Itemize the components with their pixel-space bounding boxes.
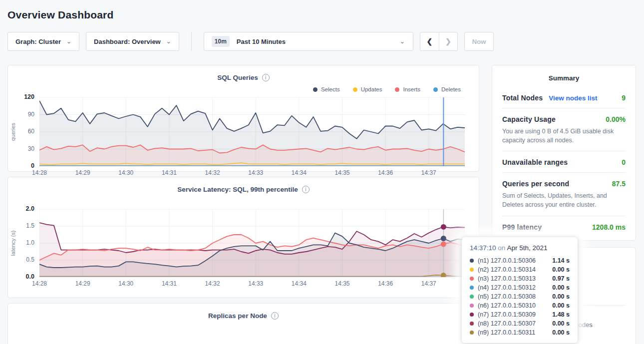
series-dot <box>470 295 474 299</box>
tooltip-node-address: (n6) 127.0.0.1:50310 <box>478 302 536 309</box>
series-dot <box>470 259 474 263</box>
time-prev-button[interactable]: ❮ <box>420 32 439 50</box>
tooltip-node-value: 0.00 s <box>552 302 570 309</box>
y-tick-label: 30 <box>28 146 34 152</box>
legend-dot <box>353 87 357 92</box>
y-tick-label: 1.5 <box>26 223 34 229</box>
tooltip-node-value: 0.97 s <box>552 275 570 282</box>
x-tick-label: 14:35 <box>334 169 349 176</box>
tooltip-node-row: (n3) 127.0.0.1:503130.97 s <box>470 274 570 283</box>
plot-area[interactable]: 14:2814:2914:3014:3114:3214:3314:3414:35… <box>39 209 465 277</box>
y-tick-label: 60 <box>28 128 34 134</box>
series-dot <box>470 331 474 335</box>
chart-title: SQL Queries <box>217 74 258 81</box>
x-tick-label: 14:31 <box>162 169 177 176</box>
summary-panel: Summary Total Nodes View nodes list 9 Ca… <box>492 65 636 241</box>
chevron-down-icon: ⌄ <box>166 38 171 44</box>
tooltip-node-value: 0.00 s <box>552 320 570 327</box>
chevron-down-icon: ⌄ <box>66 38 71 44</box>
series-dot <box>470 277 474 281</box>
tooltip-node-address: (n4) 127.0.0.1:50312 <box>478 284 536 291</box>
view-nodes-list-link[interactable]: View nodes list <box>549 94 597 102</box>
tooltip-timestamp: 14:37:10 on Apr 5th, 2021 <box>470 244 570 252</box>
sql-queries-plot[interactable]: queries 0306090120 14:2814:2914:3014:311… <box>8 97 479 166</box>
tooltip-node-value: 0.00 s <box>552 293 570 300</box>
chevron-down-icon: ⌄ <box>400 38 405 44</box>
legend-dot <box>433 87 438 92</box>
tooltip-node-row: (n5) 127.0.0.1:503080.00 s <box>470 292 570 301</box>
charts-column: SQL Queries SelectsUpdatesInsertsDeletes… <box>7 65 479 344</box>
service-latency-chart-card: Service Latency: SQL, 99th percentile la… <box>7 177 479 298</box>
x-tick-label: 14:28 <box>32 280 47 287</box>
summary-row-total-nodes: Total Nodes View nodes list 9 <box>502 87 626 108</box>
summary-row-label: Unavailable ranges <box>502 158 568 166</box>
tooltip-node-address: (n2) 127.0.0.1:50314 <box>478 266 536 273</box>
y-axis: queries 0306090120 <box>8 97 39 166</box>
legend-item-updates: Updates <box>353 85 382 93</box>
time-step-buttons: ❮ ❯ <box>420 32 458 51</box>
summary-row-value: 0 <box>622 158 626 166</box>
legend-label: Inserts <box>403 86 420 92</box>
x-tick-label: 14:37 <box>421 280 436 287</box>
info-icon[interactable] <box>262 74 270 81</box>
legend-item-inserts: Inserts <box>395 85 420 93</box>
y-tick-label: 1.0 <box>26 240 34 246</box>
x-tick-label: 14:33 <box>248 280 263 287</box>
summary-row-label: Capacity Usage <box>502 115 556 123</box>
summary-row-label: Queries per second <box>502 180 569 188</box>
graph-dropdown-label: Graph: Cluster <box>15 38 61 45</box>
legend-label: Selects <box>321 86 340 92</box>
controls-divider <box>191 32 192 51</box>
time-next-button[interactable]: ❯ <box>439 32 457 50</box>
tooltip-node-address: (n1) 127.0.0.1:50306 <box>478 257 536 264</box>
x-tick-label: 14:34 <box>292 280 307 287</box>
x-tick-label: 14:36 <box>378 280 393 287</box>
summary-row-label: Total Nodes <box>502 94 543 102</box>
tooltip-node-address: (n5) 127.0.0.1:50308 <box>478 293 536 300</box>
summary-title: Summary <box>492 74 636 82</box>
replicas-per-node-chart-card: Replicas per Node <box>7 303 479 344</box>
summary-row-value: 0.00% <box>606 115 626 123</box>
info-icon[interactable] <box>302 186 310 193</box>
dashboard-dropdown[interactable]: Dashboard: Overview ⌄ <box>86 32 179 51</box>
info-icon[interactable] <box>271 312 279 320</box>
now-button[interactable]: Now <box>464 32 494 51</box>
x-tick-label: 14:35 <box>334 280 349 287</box>
summary-row-note: Sum of Selects, Updates, Inserts, and De… <box>502 191 626 209</box>
time-range-picker[interactable]: 10m Past 10 Minutes ⌄ <box>204 32 413 51</box>
series-dot <box>470 313 474 317</box>
tooltip-node-address: (n7) 127.0.0.1:50309 <box>478 311 536 318</box>
tooltip-node-row: (n6) 127.0.0.1:503100.00 s <box>470 301 570 310</box>
tooltip-node-row: (n1) 127.0.0.1:503061.14 s <box>470 256 570 265</box>
x-axis: 14:2814:2914:3014:3114:3214:3314:3414:35… <box>39 168 465 178</box>
tooltip-node-value: 1.14 s <box>552 257 570 264</box>
summary-row-queries-per-second: Queries per second 87.5 Sum of Selects, … <box>502 172 626 215</box>
graph-dropdown[interactable]: Graph: Cluster ⌄ <box>7 32 79 51</box>
chart-legend: SelectsUpdatesInsertsDeletes <box>8 85 479 93</box>
tooltip-node-address: (n3) 127.0.0.1:50313 <box>478 275 536 282</box>
legend-dot <box>395 87 399 92</box>
y-axis-label: latency (s) <box>10 231 16 256</box>
tooltip-node-row: (n9) 127.0.0.1:503110.00 s <box>470 328 570 337</box>
y-tick-label: 90 <box>28 111 34 117</box>
series-dot <box>470 286 474 290</box>
legend-label: Updates <box>361 86 382 92</box>
page-title: Overview Dashboard <box>7 9 644 21</box>
service-latency-plot[interactable]: latency (s) 0.00.51.01.52.0 14:2814:2914… <box>8 209 479 277</box>
plot-area[interactable]: 14:2814:2914:3014:3114:3214:3314:3414:35… <box>39 97 465 166</box>
x-tick-label: 14:32 <box>205 169 220 176</box>
y-tick-label: 120 <box>24 94 34 100</box>
sql-queries-chart-card: SQL Queries SelectsUpdatesInsertsDeletes… <box>7 65 479 172</box>
y-axis: latency (s) 0.00.51.01.52.0 <box>8 209 39 277</box>
tooltip-node-value: 0.00 s <box>552 266 570 273</box>
dashboard-dropdown-label: Dashboard: Overview <box>94 38 161 45</box>
time-range-badge: 10m <box>212 36 230 47</box>
legend-item-deletes: Deletes <box>433 85 461 93</box>
tooltip-node-row: (n2) 127.0.0.1:503140.00 s <box>470 265 570 274</box>
y-tick-label: 0.5 <box>26 257 34 263</box>
x-tick-label: 14:33 <box>248 169 263 176</box>
tooltip-node-address: (n8) 127.0.0.1:50307 <box>478 320 536 327</box>
x-tick-label: 14:29 <box>75 169 90 176</box>
summary-row-note: You are using 0 B of 4.5 GiB usable disk… <box>502 127 626 145</box>
legend-item-selects: Selects <box>313 85 340 93</box>
